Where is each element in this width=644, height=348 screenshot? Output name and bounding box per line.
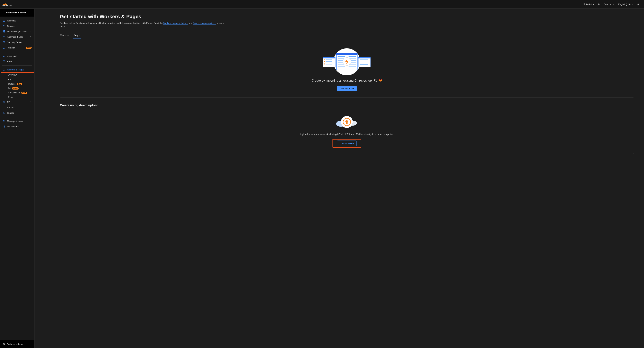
cloudflare-logo[interactable]: CLOUDFLARE — [2, 2, 16, 6]
chevron-down-icon: ▼ — [30, 101, 32, 103]
chevron-down-icon: ▼ — [640, 3, 642, 5]
sidebar-item-manage-account[interactable]: Manage Account ▼ — [0, 118, 34, 124]
svg-rect-27 — [360, 59, 368, 60]
page-title: Get started with Workers & Pages — [60, 14, 634, 19]
workers-icon — [3, 68, 6, 71]
svg-rect-44 — [338, 64, 345, 65]
svg-point-8 — [4, 42, 4, 43]
svg-rect-37 — [348, 56, 356, 57]
svg-point-10 — [3, 101, 5, 102]
sidebar-item-label: Queues — [8, 83, 16, 85]
chevron-down-icon: ▼ — [30, 41, 32, 43]
sidebar-item-label: D1 — [8, 87, 11, 90]
sidebar-item-workers-pages[interactable]: Workers & Pages ▲ — [0, 67, 34, 72]
sidebar-item-label: Websites — [7, 19, 32, 22]
svg-rect-11 — [3, 112, 5, 114]
refresh-icon — [3, 46, 6, 49]
sidebar-item-label: R2 — [7, 101, 28, 103]
sidebar-item-r2[interactable]: R2 ▼ — [0, 99, 34, 105]
tab-pages[interactable]: Pages — [74, 32, 81, 39]
user-menu[interactable]: ▼ — [637, 3, 642, 5]
svg-point-13 — [4, 121, 4, 122]
chevron-down-icon: ▼ — [30, 120, 32, 122]
desc-text: and — [189, 22, 193, 24]
search-button[interactable] — [598, 3, 600, 5]
svg-point-34 — [338, 54, 339, 54]
git-panel-heading: Create by importing an existing Git repo… — [312, 79, 382, 83]
sidebar-sub-kv[interactable]: KV — [7, 77, 33, 82]
sidebar-item-websites[interactable]: Websites — [0, 18, 34, 23]
sidebar-sub-queues[interactable]: Queues Beta — [7, 82, 33, 86]
chevron-down-icon: ▼ — [30, 30, 32, 32]
sidebar-item-label: Workers & Pages — [7, 68, 28, 71]
sidebar-sub-overview[interactable]: Overview — [1, 72, 34, 77]
sidebar-sub-constellation[interactable]: Constellation Beta — [7, 91, 33, 95]
sidebar-item-turnstile[interactable]: Turnstile Beta — [0, 45, 34, 50]
alpha-badge: Alpha — [12, 87, 18, 90]
workers-doc-link[interactable]: Workers documentation↗ — [163, 22, 188, 24]
sidebar-item-zero-trust[interactable]: Zero Trust — [0, 53, 34, 59]
svg-rect-7 — [3, 41, 5, 43]
svg-point-5 — [4, 25, 5, 26]
divider — [2, 65, 32, 66]
sidebar-item-security-center[interactable]: Security Center ▼ — [0, 39, 34, 45]
sidebar-item-label: Stream — [7, 106, 32, 109]
pages-doc-link[interactable]: Pages documentation↗ — [193, 22, 216, 24]
upload-assets-button[interactable]: Upload assets — [337, 141, 357, 146]
tab-workers[interactable]: Workers — [60, 32, 69, 39]
upload-illustration — [323, 114, 370, 130]
sidebar-item-label: Security Center — [7, 41, 28, 44]
svg-rect-29 — [360, 63, 368, 63]
sidebar-item-stream[interactable]: Stream — [0, 105, 34, 110]
support-dropdown[interactable]: Support ▼ — [604, 3, 614, 5]
chevron-down-icon: ▼ — [612, 3, 614, 5]
sidebar-item-analytics[interactable]: Analytics & Logs ▼ — [0, 34, 34, 39]
sidebar-sub-plans[interactable]: Plans — [7, 95, 33, 99]
svg-point-23 — [324, 64, 325, 65]
collapse-sidebar-button[interactable]: Collapse sidebar — [0, 340, 34, 348]
connect-to-git-button[interactable]: Connect to Git — [337, 86, 356, 91]
sidebar-item-label: Notifications — [7, 125, 32, 128]
sidebar-item-notifications[interactable]: Notifications — [0, 124, 34, 129]
sidebar-sub-d1[interactable]: D1 Alpha — [7, 86, 33, 91]
svg-rect-18 — [326, 59, 332, 60]
plus-circle-icon — [583, 3, 585, 5]
svg-point-21 — [324, 63, 325, 63]
svg-text:CLOUDFLARE: CLOUDFLARE — [2, 5, 12, 6]
sidebar-item-label: Manage Account — [7, 120, 28, 123]
image-icon — [3, 112, 6, 114]
sidebar-item-discover[interactable]: Discover — [0, 23, 34, 29]
add-site-link[interactable]: Add site — [583, 3, 594, 5]
svg-rect-9 — [3, 61, 5, 62]
svg-rect-4 — [3, 20, 5, 21]
link-text: Workers documentation — [163, 22, 186, 24]
cloud-icon — [3, 106, 6, 109]
svg-point-17 — [324, 59, 325, 60]
sidebar-item-label: Analytics & Logs — [7, 36, 28, 38]
lightbulb-icon — [3, 25, 6, 27]
chevron-down-icon: ▼ — [30, 36, 32, 38]
collapse-label: Collapse sidebar — [7, 343, 23, 346]
account-selector[interactable]: Rockchalkwushock... — [0, 9, 34, 16]
sidebar-item-label: KV — [8, 78, 11, 81]
link-text: Pages documentation — [193, 22, 214, 24]
svg-point-19 — [324, 61, 325, 62]
sidebar-item-area1[interactable]: Area 1 — [0, 59, 34, 64]
divider — [2, 52, 32, 52]
sidebar-item-label: Area 1 — [7, 60, 32, 63]
beta-badge: Beta — [26, 47, 32, 49]
sidebar-item-domain-registration[interactable]: Domain Registration ▼ — [0, 29, 34, 34]
mail-icon — [3, 60, 6, 63]
sidebar: Rockchalkwushock... Websites Discover Do… — [0, 9, 34, 348]
globe-icon — [3, 30, 6, 33]
sidebar-item-images[interactable]: Images — [0, 110, 34, 116]
upload-button-highlight: Upload assets — [332, 139, 361, 148]
sidebar-item-label: Discover — [7, 25, 32, 27]
language-dropdown[interactable]: English (US) ▼ — [618, 3, 633, 5]
sidebar-item-label: Plans — [8, 96, 13, 98]
divider — [2, 117, 32, 117]
gear-icon — [3, 120, 6, 123]
svg-point-2 — [598, 3, 599, 4]
svg-point-35 — [340, 54, 340, 54]
sidebar-item-label: Turnstile — [7, 46, 24, 49]
